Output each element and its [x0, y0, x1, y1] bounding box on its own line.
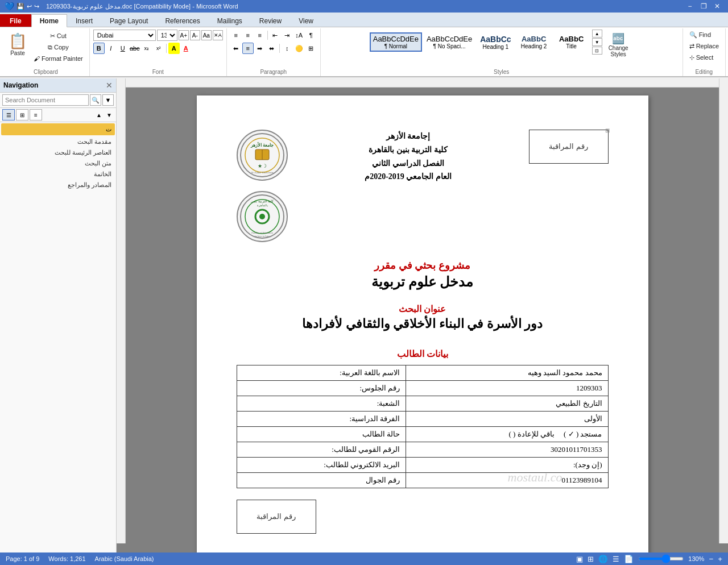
status-bar: Page: 1 of 9 Words: 1,261 Arabic (Saudi … [0, 552, 728, 565]
tab-page-layout[interactable]: Page Layout [101, 14, 156, 27]
font-size-select[interactable]: 13 [157, 30, 177, 41]
change-styles-button[interactable]: 🔤 ChangeStyles [606, 31, 631, 59]
minimize-button[interactable]: − [684, 1, 696, 11]
nav-close-button[interactable]: ✕ [106, 81, 113, 90]
student-data-label: بيانات الطالب [237, 348, 609, 359]
nav-next-button[interactable]: ▼ [105, 110, 114, 119]
strikethrough-button[interactable]: abc [129, 43, 140, 54]
font-color-button[interactable]: A [180, 43, 192, 54]
project-label: مشروع بحثي في مقرر [237, 259, 609, 272]
search-button[interactable]: 🔍 [90, 94, 101, 106]
restore-button[interactable]: ❐ [697, 1, 710, 11]
cut-button[interactable]: ✂ Cut [31, 31, 86, 41]
find-button[interactable]: 🔍 Find [686, 30, 714, 40]
font-case-button[interactable]: Aa [201, 30, 212, 40]
view-web-button[interactable]: 🌐 [598, 555, 608, 563]
multilevel-button[interactable]: ≡ [254, 30, 266, 41]
svg-text:Al-Azhar University: Al-Azhar University [250, 171, 274, 174]
paste-button[interactable]: 📋 Paste [6, 30, 30, 59]
styles-scroll-up[interactable]: ▲ [592, 30, 602, 38]
style-no-spacing[interactable]: AaBbCcDdEe ¶ No Spaci... [423, 32, 475, 52]
styles-expand[interactable]: ⊡ [592, 47, 602, 55]
view-normal-button[interactable]: ▣ [576, 555, 583, 563]
search-dropdown[interactable]: ▼ [102, 94, 114, 106]
nav-item-elements[interactable]: العناصر الرئيسة للبحث [1, 147, 115, 158]
close-button[interactable]: ✕ [711, 1, 723, 11]
nav-view-headings[interactable]: ☰ [2, 109, 15, 121]
style-normal[interactable]: AaBbCcDdEe ¶ Normal [370, 32, 422, 52]
top-scroll-indicator [126, 78, 719, 88]
style-title[interactable]: AaBbC Title [553, 32, 590, 52]
view-outline-button[interactable]: ☰ [613, 555, 619, 563]
styles-scroll-down[interactable]: ▼ [592, 38, 602, 46]
change-styles-area: 🔤 ChangeStyles [603, 30, 634, 60]
style-heading2[interactable]: AaBbC Heading 2 [516, 32, 552, 52]
select-button[interactable]: ⊹ Select [686, 52, 717, 63]
quick-access-redo[interactable]: ↪ [34, 3, 39, 10]
tab-references[interactable]: References [156, 14, 208, 27]
table-row: 01123989104 mostaul.co رقم الجوال [237, 473, 608, 488]
tab-mailings[interactable]: Mailings [209, 14, 251, 27]
align-center-button[interactable]: ≡ [242, 43, 254, 54]
bold-button[interactable]: B [93, 43, 105, 54]
monitoring-box-bottom: رقم المراقبة [237, 500, 316, 534]
justify-button[interactable]: ⬌ [266, 43, 278, 54]
zoom-slider[interactable] [638, 557, 684, 560]
nav-section-top[interactable]: ت [1, 123, 115, 135]
document-area[interactable]: ⊞ رقم المراقبة إجامعة الأزهر كلية التربي… [117, 78, 728, 552]
format-painter-button[interactable]: 🖌 Format Painter [31, 53, 86, 64]
tab-file[interactable]: File [0, 14, 31, 27]
underline-button[interactable]: U [117, 43, 129, 54]
show-formatting-button[interactable]: ¶ [305, 30, 317, 41]
copy-button[interactable]: ⧉ Copy [31, 42, 86, 52]
tab-insert[interactable]: Insert [67, 14, 101, 27]
align-left-button[interactable]: ⬅ [230, 43, 242, 54]
quick-access-undo[interactable]: ↩ [27, 3, 32, 10]
nav-prev-button[interactable]: ▲ [94, 110, 104, 119]
zoom-in-button[interactable]: + [718, 555, 722, 563]
logos-column: جامعة الأزهر ☽★ Al-Azhar University [237, 130, 288, 242]
project-course: مدخل علوم تربوية [237, 274, 609, 290]
nav-view-pages[interactable]: ⊞ [16, 109, 28, 121]
nav-item-conclusion[interactable]: الخاتمة [1, 169, 115, 180]
increase-indent-button[interactable]: ⇥ [282, 30, 293, 41]
border-button[interactable]: ⊞ [305, 43, 317, 54]
line-spacing-button[interactable]: ↕ [282, 43, 293, 54]
select-icon: ⊹ [689, 54, 694, 61]
nav-item-intro[interactable]: مقدمة البحث [1, 136, 115, 147]
nav-view-results[interactable]: ≡ [30, 109, 42, 121]
page-info: Page: 1 of 9 [6, 555, 39, 562]
view-draft-button[interactable]: 📄 [624, 555, 634, 563]
research-title-main: دور الأسرة في البناء الأخلاقي والثقافي ل… [237, 317, 609, 331]
tab-home[interactable]: Home [31, 14, 67, 27]
numbering-button[interactable]: ≡ [242, 30, 254, 41]
shading-button[interactable]: 🟡 [293, 43, 305, 54]
font-grow-button[interactable]: A+ [179, 30, 189, 40]
subscript-button[interactable]: x₂ [141, 43, 152, 54]
style-heading1[interactable]: AaBbCc Heading 1 [477, 32, 514, 52]
decrease-indent-button[interactable]: ⇤ [270, 30, 281, 41]
nav-search-area: 🔍 ▼ [0, 93, 116, 108]
tab-view[interactable]: View [290, 14, 322, 27]
align-right-button[interactable]: ➡ [254, 43, 266, 54]
italic-button[interactable]: I [105, 43, 117, 54]
replace-button[interactable]: ⇄ Replace [686, 41, 722, 51]
search-input[interactable] [2, 94, 89, 106]
clear-format-button[interactable]: ✕A [213, 30, 223, 40]
zoom-out-button[interactable]: − [709, 555, 713, 563]
font-shrink-button[interactable]: A- [190, 30, 200, 40]
sort-button[interactable]: ↕A [293, 30, 305, 41]
superscript-button[interactable]: x² [153, 43, 164, 54]
bullets-button[interactable]: ≡ [230, 30, 242, 41]
table-row: الأولى الفرقة الدراسية: [237, 412, 608, 427]
nav-item-sources[interactable]: المصادر والمراجع [1, 180, 115, 190]
tab-review[interactable]: Review [251, 14, 290, 27]
editing-label: Editing [686, 68, 722, 76]
highlight-button[interactable]: A [168, 43, 180, 54]
view-fullscreen-button[interactable]: ⊞ [588, 555, 594, 563]
replace-label: Replace [696, 43, 719, 49]
font-family-select[interactable]: Dubai [93, 30, 156, 41]
quick-access-save[interactable]: 💾 [16, 3, 24, 10]
editing-group: 🔍 Find ⇄ Replace ⊹ Select Editing [683, 28, 726, 76]
nav-item-body[interactable]: متن البحث [1, 158, 115, 169]
